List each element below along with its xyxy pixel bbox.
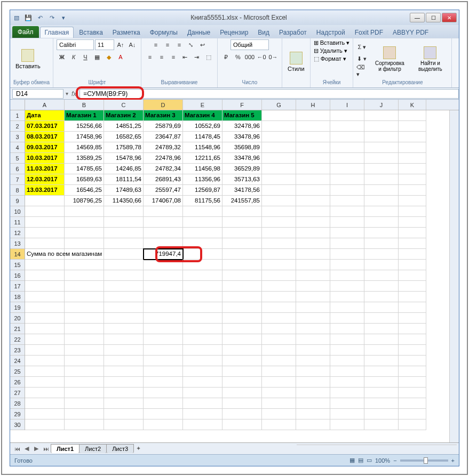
cell[interactable]	[399, 164, 426, 174]
cell[interactable]: Магазин 3	[144, 110, 183, 121]
cells-insert-button[interactable]: ⊞ Вставить ▾	[314, 39, 350, 46]
cell[interactable]	[399, 419, 426, 430]
sheet-nav-prev-icon[interactable]: ◀	[22, 445, 31, 452]
font-color-icon[interactable]: A	[115, 52, 126, 62]
row-header-21[interactable]: 21	[10, 324, 25, 334]
wrap-text-icon[interactable]: ↩	[197, 39, 208, 50]
qat-more-icon[interactable]: ▾	[59, 13, 68, 22]
cell[interactable]	[65, 345, 104, 356]
cell[interactable]	[364, 121, 399, 132]
cell[interactable]	[222, 228, 262, 238]
align-center-icon[interactable]: ≡	[156, 52, 167, 62]
cell[interactable]	[296, 366, 330, 377]
cell[interactable]	[222, 292, 262, 302]
cell[interactable]	[65, 324, 104, 334]
cell[interactable]	[25, 356, 65, 366]
cell[interactable]	[399, 196, 426, 206]
cell[interactable]	[222, 217, 262, 228]
cell[interactable]	[25, 217, 65, 228]
cell[interactable]: 108796,25	[65, 196, 104, 206]
cell[interactable]	[25, 196, 65, 206]
cell[interactable]	[104, 388, 144, 398]
cell[interactable]	[296, 217, 330, 228]
row-header-11[interactable]: 11	[10, 217, 25, 228]
cell[interactable]	[399, 260, 426, 270]
cell[interactable]	[330, 398, 364, 409]
cell[interactable]: 241557,85	[222, 196, 262, 206]
zoom-out-icon[interactable]: −	[393, 457, 396, 464]
cell[interactable]	[262, 142, 296, 153]
row-header-13[interactable]: 13	[10, 238, 25, 249]
cell[interactable]	[399, 270, 426, 281]
cell[interactable]	[296, 121, 330, 132]
cell[interactable]	[222, 419, 262, 430]
cell[interactable]	[25, 388, 65, 398]
percent-icon[interactable]: %	[233, 52, 243, 62]
fill-color-icon[interactable]: ◆	[104, 52, 114, 62]
cell[interactable]	[330, 302, 364, 313]
cell[interactable]	[262, 249, 296, 260]
cell[interactable]	[65, 281, 104, 292]
cell[interactable]	[262, 398, 296, 409]
cell[interactable]	[144, 260, 183, 270]
cell[interactable]	[262, 366, 296, 377]
cell[interactable]	[262, 388, 296, 398]
cell[interactable]	[183, 270, 222, 281]
cell[interactable]	[364, 142, 399, 153]
cell[interactable]	[364, 185, 399, 196]
cell[interactable]	[104, 228, 144, 238]
cell[interactable]	[144, 409, 183, 419]
styles-button[interactable]: Стили	[285, 50, 307, 74]
cell[interactable]	[330, 174, 364, 185]
cell[interactable]: 11356,96	[183, 174, 222, 185]
cell[interactable]	[104, 366, 144, 377]
zoom-in-icon[interactable]: +	[451, 457, 455, 464]
cell[interactable]	[25, 281, 65, 292]
cell[interactable]	[25, 238, 65, 249]
cell[interactable]	[144, 238, 183, 249]
cell[interactable]: 81175,56	[183, 196, 222, 206]
cell[interactable]	[25, 334, 65, 345]
cell[interactable]	[262, 356, 296, 366]
cell[interactable]	[364, 356, 399, 366]
cell[interactable]	[183, 356, 222, 366]
cell[interactable]	[104, 313, 144, 324]
cell[interactable]	[330, 419, 364, 430]
cell[interactable]: 35713,63	[222, 174, 262, 185]
decrease-font-icon[interactable]: A↓	[127, 39, 138, 50]
cell[interactable]	[262, 334, 296, 345]
cell[interactable]	[399, 377, 426, 388]
cell[interactable]	[296, 324, 330, 334]
underline-icon[interactable]: Ч	[80, 52, 91, 62]
sort-filter-button[interactable]: Сортировка и фильтр	[371, 44, 408, 74]
cell[interactable]	[330, 196, 364, 206]
cell[interactable]	[144, 313, 183, 324]
cell[interactable]: Дата	[25, 110, 65, 121]
minimize-button[interactable]: —	[410, 13, 425, 22]
align-bot-icon[interactable]: ≡	[174, 39, 185, 50]
cell[interactable]	[364, 377, 399, 388]
cell[interactable]	[330, 388, 364, 398]
cell[interactable]	[296, 356, 330, 366]
cell[interactable]	[183, 302, 222, 313]
cell[interactable]	[25, 345, 65, 356]
cell[interactable]	[144, 334, 183, 345]
maximize-button[interactable]: ☐	[426, 13, 441, 22]
cell[interactable]	[364, 217, 399, 228]
view-break-icon[interactable]: ▭	[367, 457, 372, 464]
cell[interactable]	[364, 206, 399, 217]
cell[interactable]	[364, 324, 399, 334]
cell[interactable]	[399, 217, 426, 228]
cell[interactable]	[262, 196, 296, 206]
cell[interactable]	[222, 409, 262, 419]
fx-icon[interactable]: fx	[68, 90, 80, 98]
cell[interactable]	[25, 324, 65, 334]
comma-icon[interactable]: 000	[244, 52, 255, 62]
currency-icon[interactable]: ₽	[221, 52, 232, 62]
cell[interactable]: 16582,65	[104, 132, 144, 142]
cell[interactable]	[296, 345, 330, 356]
cell[interactable]	[144, 324, 183, 334]
cell[interactable]	[25, 206, 65, 217]
cell[interactable]	[399, 302, 426, 313]
cell[interactable]	[183, 260, 222, 270]
